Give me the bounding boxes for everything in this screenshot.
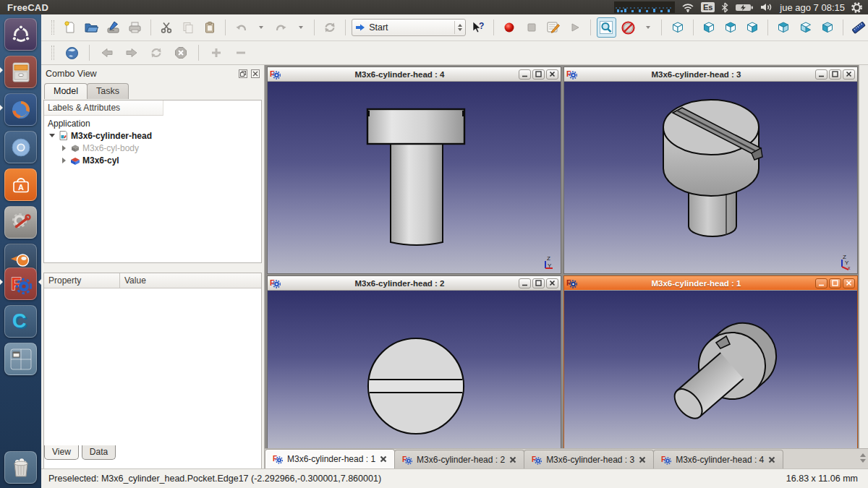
tree-header[interactable]: Labels & Attributes	[44, 100, 163, 116]
window-titlebar[interactable]: F M3x6-cylinder-head : 1	[564, 276, 857, 291]
mdi-window-1[interactable]: F M3x6-cylinder-head : 1	[563, 275, 858, 448]
macro-edit-button[interactable]	[544, 17, 563, 38]
tab-view[interactable]: View	[44, 445, 79, 460]
launcher-dash-home[interactable]	[4, 18, 37, 51]
macro-record-button[interactable]	[500, 17, 519, 38]
reload-button[interactable]	[146, 43, 166, 63]
mdi-scroll-strip[interactable]	[859, 65, 868, 448]
clock[interactable]: jue ago 7 08:15	[780, 2, 845, 13]
tab-close-button[interactable]	[380, 455, 387, 463]
draw-style-dropdown[interactable]	[641, 17, 656, 38]
workbench-selector[interactable]: Start	[352, 19, 466, 36]
mdi-window-2[interactable]: F M3x6-cylinder-head : 2	[267, 275, 561, 448]
paste-button[interactable]	[200, 17, 219, 38]
window-tab-3[interactable]: F M3x6-cylinder-head : 3	[524, 450, 654, 468]
launcher-ubuntu-software[interactable]: A	[4, 168, 37, 201]
minimize-button[interactable]	[815, 69, 827, 80]
minimize-button[interactable]	[519, 69, 531, 80]
copy-button[interactable]	[179, 17, 197, 38]
volume-icon[interactable]	[760, 2, 773, 12]
print-button[interactable]	[126, 17, 145, 38]
forward-button[interactable]	[122, 43, 142, 63]
session-gear-icon[interactable]	[851, 2, 862, 13]
view-left-button[interactable]	[818, 17, 837, 38]
maximize-button[interactable]	[829, 278, 841, 288]
cut-button[interactable]	[157, 17, 176, 38]
column-value[interactable]: Value	[120, 273, 150, 288]
maximize-button[interactable]	[532, 278, 545, 288]
tree-root-application[interactable]: Application	[44, 117, 261, 129]
fit-all-button[interactable]	[597, 17, 616, 38]
bluetooth-icon[interactable]	[721, 2, 728, 13]
tree-item-body[interactable]: M3x6-cyl-body	[44, 142, 261, 154]
3d-viewport-dimetric[interactable]	[564, 291, 857, 448]
minimize-button[interactable]	[815, 278, 827, 288]
tab-close-button[interactable]	[639, 456, 646, 463]
launcher-firefox[interactable]	[4, 93, 37, 126]
draw-style-button[interactable]	[619, 17, 638, 38]
battery-icon[interactable]	[735, 3, 754, 12]
expanded-arrow-icon[interactable]	[49, 134, 55, 137]
tab-close-button[interactable]	[768, 456, 775, 463]
window-tab-1[interactable]: F M3x6-cylinder-head : 1	[265, 449, 395, 468]
tab-close-button[interactable]	[509, 456, 516, 463]
view-top-button[interactable]	[721, 17, 740, 38]
save-button[interactable]	[103, 17, 122, 38]
toolbar-grip[interactable]	[51, 46, 54, 60]
open-file-button[interactable]	[82, 17, 101, 38]
toolbar-grip[interactable]	[51, 20, 54, 35]
close-button[interactable]	[843, 278, 855, 288]
refresh-button[interactable]	[320, 17, 339, 38]
launcher-system-settings[interactable]	[4, 206, 37, 239]
window-titlebar[interactable]: F M3x6-cylinder-head : 4	[268, 67, 561, 82]
measure-button[interactable]	[849, 17, 868, 38]
minimize-button[interactable]	[519, 278, 531, 288]
maximize-button[interactable]	[532, 69, 545, 80]
zoom-out-button[interactable]	[231, 43, 251, 63]
tab-scroll-buttons[interactable]	[860, 453, 866, 468]
stop-load-button[interactable]	[171, 43, 191, 63]
keyboard-layout-indicator[interactable]: Es	[701, 2, 715, 12]
window-tab-2[interactable]: F M3x6-cylinder-head : 2	[394, 450, 524, 468]
tab-model[interactable]: Model	[44, 83, 88, 99]
maximize-button[interactable]	[829, 69, 841, 80]
redo-button[interactable]	[271, 17, 290, 38]
3d-viewport-front[interactable]: ZY	[268, 82, 561, 273]
window-tab-4[interactable]: F M3x6-cylinder-head : 4	[653, 450, 783, 468]
3d-viewport-top[interactable]	[268, 291, 561, 448]
view-right-button[interactable]	[743, 17, 762, 38]
float-panel-button[interactable]	[239, 69, 247, 78]
launcher-workspace-switcher[interactable]	[4, 343, 37, 375]
view-rear-button[interactable]	[774, 17, 793, 38]
macro-play-button[interactable]	[566, 17, 584, 38]
wifi-icon[interactable]	[681, 2, 694, 12]
tree-item-document[interactable]: M3x6-cylinder-head	[44, 129, 261, 142]
tab-data[interactable]: Data	[82, 445, 116, 460]
web-home-button[interactable]	[61, 43, 82, 63]
back-button[interactable]	[97, 43, 117, 63]
tree-item-part[interactable]: M3x6-cyl	[44, 154, 261, 166]
redo-dropdown[interactable]	[293, 17, 308, 38]
window-titlebar[interactable]: F M3x6-cylinder-head : 3	[564, 67, 857, 82]
whats-this-button[interactable]: ?	[469, 17, 488, 38]
view-bottom-button[interactable]	[796, 17, 814, 38]
3d-viewport-isometric[interactable]: ZYx	[564, 82, 857, 273]
view-front-button[interactable]	[699, 17, 718, 38]
mdi-window-3[interactable]: F M3x6-cylinder-head : 3	[563, 67, 858, 274]
launcher-trash[interactable]	[4, 451, 37, 484]
view-axonometric-button[interactable]	[668, 17, 686, 38]
window-titlebar[interactable]: F M3x6-cylinder-head : 2	[268, 276, 561, 291]
undo-button[interactable]	[231, 17, 250, 38]
collapsed-arrow-icon[interactable]	[62, 158, 66, 163]
network-monitor-applet[interactable]	[614, 1, 675, 13]
launcher-files[interactable]	[4, 56, 37, 88]
workbench-spinner[interactable]	[454, 21, 462, 34]
macro-stop-button[interactable]	[522, 17, 541, 38]
launcher-cura[interactable]: CC	[4, 305, 37, 338]
column-property[interactable]: Property	[44, 273, 120, 288]
close-panel-button[interactable]	[251, 69, 260, 78]
new-file-button[interactable]	[60, 17, 79, 38]
close-button[interactable]	[546, 69, 558, 80]
tab-tasks[interactable]: Tasks	[87, 83, 129, 99]
close-button[interactable]	[546, 278, 558, 288]
